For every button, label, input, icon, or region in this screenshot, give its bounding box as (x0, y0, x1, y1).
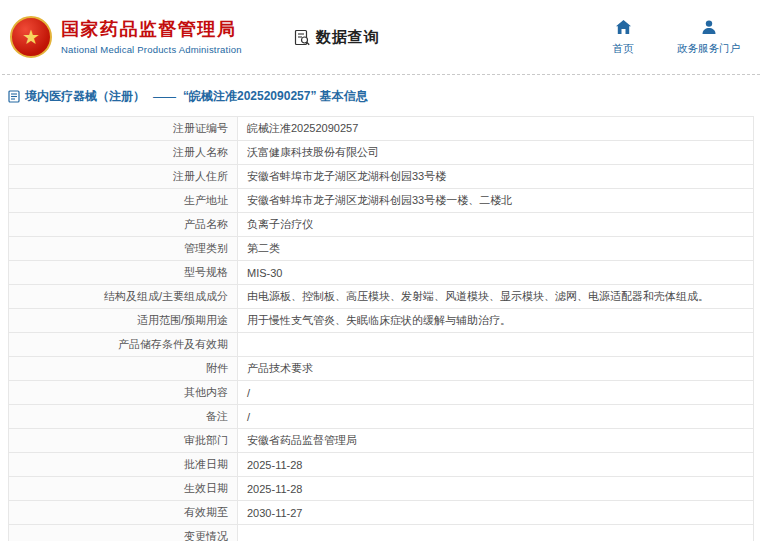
table-row: 产品储存条件及有效期 (9, 333, 754, 357)
table-row: 注册证编号皖械注准20252090257 (9, 117, 754, 141)
registration-detail-table: 注册证编号皖械注准20252090257注册人名称沃富健康科技股份有限公司注册人… (8, 116, 754, 541)
table-row: 变更情况 (9, 525, 754, 541)
breadcrumb-category[interactable]: 境内医疗器械（注册） (25, 88, 145, 105)
row-value (238, 333, 754, 357)
row-label: 生产地址 (9, 189, 238, 213)
table-row: 附件产品技术要求 (9, 357, 754, 381)
table-row: 批准日期2025-11-28 (9, 453, 754, 477)
home-icon (615, 18, 632, 36)
row-value: 2030-11-27 (238, 501, 754, 525)
breadcrumb: 境内医疗器械（注册） —— “皖械注准20252090257” 基本信息 (0, 75, 762, 114)
row-value: / (238, 381, 754, 405)
row-label: 结构及组成/主要组成成分 (9, 285, 238, 309)
table-row: 管理类别第二类 (9, 237, 754, 261)
row-value: MIS-30 (238, 261, 754, 285)
row-label: 注册人名称 (9, 141, 238, 165)
nav-gov-portal-label: 政务服务门户 (677, 42, 740, 56)
user-icon (701, 18, 717, 36)
table-row: 结构及组成/主要组成成分由电源板、控制板、高压模块、发射端、风道模块、显示模块、… (9, 285, 754, 309)
national-emblem-icon: ★ (10, 16, 52, 58)
row-label: 有效期至 (9, 501, 238, 525)
row-label: 附件 (9, 357, 238, 381)
table-row: 注册人住所安徽省蚌埠市龙子湖区龙湖科创园33号楼 (9, 165, 754, 189)
row-label: 审批部门 (9, 429, 238, 453)
row-label: 生效日期 (9, 477, 238, 501)
breadcrumb-current: “皖械注准20252090257” 基本信息 (183, 88, 368, 105)
table-row: 型号规格MIS-30 (9, 261, 754, 285)
data-query-title: 数据查询 (294, 28, 380, 47)
row-value: 2025-11-28 (238, 453, 754, 477)
table-row: 适用范围/预期用途用于慢性支气管炎、失眠临床症状的缓解与辅助治疗。 (9, 309, 754, 333)
table-row: 其他内容/ (9, 381, 754, 405)
row-label: 其他内容 (9, 381, 238, 405)
row-value: 产品技术要求 (238, 357, 754, 381)
row-label: 管理类别 (9, 237, 238, 261)
org-names: 国家药品监督管理局 National Medical Products Admi… (61, 19, 242, 55)
row-label: 注册人住所 (9, 165, 238, 189)
row-value: 安徽省蚌埠市龙子湖区龙湖科创园33号楼 (238, 165, 754, 189)
breadcrumb-document-icon (8, 90, 20, 103)
row-value: 负离子治疗仪 (238, 213, 754, 237)
document-search-icon (294, 29, 311, 46)
nav-home-label: 首页 (613, 42, 634, 56)
row-label: 型号规格 (9, 261, 238, 285)
breadcrumb-dash: —— (153, 90, 175, 104)
row-value: 用于慢性支气管炎、失眠临床症状的缓解与辅助治疗。 (238, 309, 754, 333)
table-row: 生产地址安徽省蚌埠市龙子湖区龙湖科创园33号楼一楼、二楼北 (9, 189, 754, 213)
table-row: 有效期至2030-11-27 (9, 501, 754, 525)
table-row: 审批部门安徽省药品监督管理局 (9, 429, 754, 453)
row-value: 由电源板、控制板、高压模块、发射端、风道模块、显示模块、滤网、电源适配器和壳体组… (238, 285, 754, 309)
page-header: ★ 国家药品监督管理局 National Medical Products Ad… (0, 0, 762, 74)
row-label: 备注 (9, 405, 238, 429)
nav-home[interactable]: 首页 (603, 18, 643, 56)
row-value: 皖械注准20252090257 (238, 117, 754, 141)
row-value: 第二类 (238, 237, 754, 261)
org-name-cn: 国家药品监督管理局 (61, 19, 242, 40)
table-row: 注册人名称沃富健康科技股份有限公司 (9, 141, 754, 165)
row-label: 产品储存条件及有效期 (9, 333, 238, 357)
row-value: 2025-11-28 (238, 477, 754, 501)
row-value: / (238, 405, 754, 429)
top-nav: 首页 政务服务门户 (603, 18, 748, 56)
row-label: 适用范围/预期用途 (9, 309, 238, 333)
table-row: 备注/ (9, 405, 754, 429)
nav-gov-portal[interactable]: 政务服务门户 (677, 18, 740, 56)
org-name-en: National Medical Products Administration (61, 44, 242, 55)
data-query-label: 数据查询 (316, 28, 380, 47)
row-label: 批准日期 (9, 453, 238, 477)
row-label: 注册证编号 (9, 117, 238, 141)
row-value: 沃富健康科技股份有限公司 (238, 141, 754, 165)
row-value (238, 525, 754, 541)
row-label: 变更情况 (9, 525, 238, 541)
row-value: 安徽省药品监督管理局 (238, 429, 754, 453)
row-label: 产品名称 (9, 213, 238, 237)
table-row: 生效日期2025-11-28 (9, 477, 754, 501)
table-row: 产品名称负离子治疗仪 (9, 213, 754, 237)
row-value: 安徽省蚌埠市龙子湖区龙湖科创园33号楼一楼、二楼北 (238, 189, 754, 213)
